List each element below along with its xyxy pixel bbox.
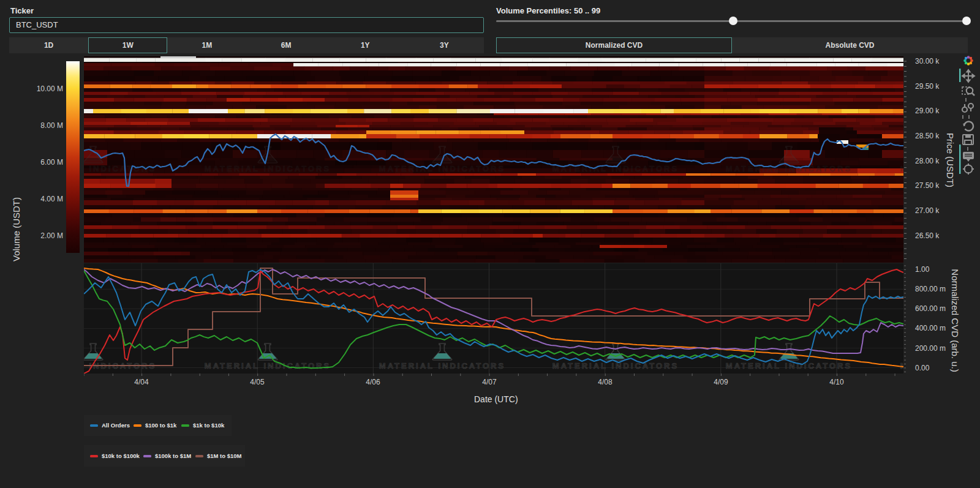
svg-text:MATERIAL INDICATORS: MATERIAL INDICATORS bbox=[900, 361, 903, 370]
svg-text:MATERIAL INDICATORS: MATERIAL INDICATORS bbox=[552, 361, 679, 370]
svg-text:MATERIAL INDICATORS: MATERIAL INDICATORS bbox=[379, 164, 505, 173]
svg-text:MATERIAL INDICATORS: MATERIAL INDICATORS bbox=[205, 164, 331, 173]
svg-text:MATERIAL INDICATORS: MATERIAL INDICATORS bbox=[205, 361, 331, 370]
svg-text:MATERIAL INDICATORS: MATERIAL INDICATORS bbox=[379, 361, 505, 370]
svg-text:MATERIAL INDICATORS: MATERIAL INDICATORS bbox=[900, 164, 903, 173]
svg-text:MATERIAL INDICATORS: MATERIAL INDICATORS bbox=[726, 361, 852, 370]
